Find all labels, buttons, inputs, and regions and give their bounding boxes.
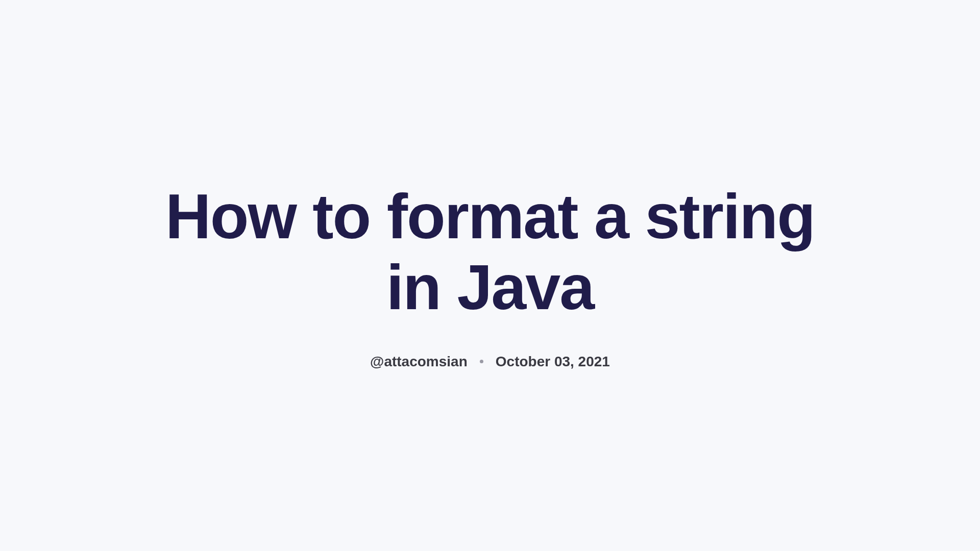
- page-title: How to format a string in Java: [163, 181, 817, 323]
- separator-dot-icon: [480, 360, 483, 363]
- publish-date: October 03, 2021: [496, 354, 610, 370]
- author-handle: @attacomsian: [370, 354, 468, 370]
- meta-info: @attacomsian October 03, 2021: [370, 354, 610, 370]
- content-container: How to format a string in Java @attacoms…: [133, 181, 847, 370]
